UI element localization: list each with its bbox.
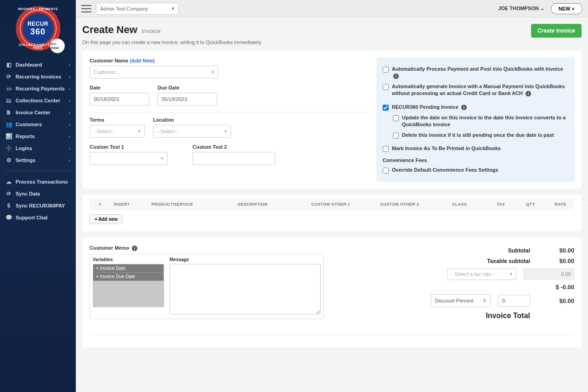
gear-icon: ⚙ [6, 157, 12, 163]
taxable-subtotal-label: Taxable subtotal [470, 258, 530, 264]
due-date-input[interactable] [158, 93, 217, 106]
sidebar-item-dashboard[interactable]: ◧Dashboard› [0, 59, 76, 71]
auto-process-checkbox[interactable] [383, 67, 389, 73]
page-subtitle: Invoice [141, 28, 160, 34]
location-label: Location [153, 117, 231, 123]
customer-memo-heading: Customer Memo i [90, 245, 324, 251]
update-date-label: Update the date on this invoice to the d… [402, 114, 568, 128]
sidebar-item-invoice-center[interactable]: 🗎Invoice Center› [0, 106, 76, 118]
pending-invoice-checkbox[interactable] [383, 105, 389, 111]
new-button[interactable]: NEW + [551, 3, 582, 14]
sidebar-nav: ◧Dashboard› ⟳Recurring Invoices› ▭Recurr… [0, 59, 76, 166]
customer-memo-textarea[interactable] [170, 264, 321, 314]
convenience-fees-heading: Convenience Fees [383, 157, 568, 163]
mark-print-checkbox[interactable] [383, 146, 389, 152]
auto-process-label: Automatically Process Payment and Post i… [392, 66, 568, 79]
chevron-down-icon: ⌄ [540, 6, 544, 11]
sidebar-item-label: Customers [16, 122, 42, 127]
subtotal-label: Subtotal [470, 247, 530, 254]
tax-rate-select[interactable]: - Select a tax rate - ▾ [447, 268, 516, 280]
customer-memo-section: Customer Memo i Variables + Invoice Date… [90, 245, 324, 319]
message-label: Message [170, 257, 321, 262]
invoice-total-label: Invoice Total [470, 312, 530, 320]
chevron-right-icon: › [69, 62, 70, 67]
col-product: PRODUCT/SERVICE [136, 202, 209, 207]
auto-manual-checkbox[interactable] [383, 84, 389, 90]
sidebar-item-recurring-invoices[interactable]: ⟳Recurring Invoices› [0, 71, 76, 83]
discount-amount: $0.00 [537, 297, 574, 304]
col-class: CLASS [434, 202, 485, 207]
tax-line-amount: $ -0.00 [537, 284, 574, 291]
discount-value-input[interactable] [498, 295, 530, 307]
document-icon: 🗎 [6, 109, 12, 116]
variable-invoice-due-date[interactable]: + Invoice Due Date [93, 273, 164, 281]
date-input[interactable] [90, 93, 149, 106]
col-custom2: CUSTOM OTHER 2 [365, 202, 434, 207]
user-plus-icon: ➕ [6, 145, 12, 151]
custom2-label: Custom Test 2 [192, 144, 275, 150]
chart-icon: 📊 [6, 133, 12, 140]
create-invoice-button[interactable]: Create Invoice [531, 24, 582, 38]
sidebar-item-settings[interactable]: ⚙Settings› [0, 154, 76, 166]
add-new-customer-link[interactable]: (Add New) [130, 58, 154, 63]
chevron-right-icon: › [69, 98, 70, 103]
line-items-card: # INSERT PRODUCT/SERVICE DESCRIPTION CUS… [82, 195, 582, 231]
top-bar: Admin Test Company ▾ JOE THOMPSON ⌄ NEW … [76, 0, 588, 17]
col-custom1: CUSTOM OTHER 1 [296, 202, 365, 207]
variables-list: + Invoice Date + Invoice Due Date [93, 264, 164, 307]
sidebar-item-collections-center[interactable]: 🗂Collections Center› [0, 95, 76, 106]
sidebar-item-reports[interactable]: 📊Reports› [0, 130, 76, 142]
sidebar-item-label: Reports [16, 134, 35, 139]
page-description: On this page you can create a new invoic… [82, 39, 582, 45]
sidebar-item-recurring-payments[interactable]: ▭Recurring Payments› [0, 83, 76, 95]
caret-down-icon: ▾ [172, 6, 175, 11]
sidebar-action-support-chat[interactable]: 💬Support Chat [0, 212, 76, 224]
updown-icon: ⇅ [483, 298, 486, 303]
users-icon: 👥 [6, 121, 12, 128]
delete-pending-checkbox[interactable] [393, 133, 399, 139]
folder-icon: 🗂 [6, 97, 12, 104]
sidebar-action-label: Process Transactions [16, 179, 68, 185]
sidebar-action-sync-recur360pay[interactable]: $Sync RECUR360PAY [0, 200, 76, 212]
variable-invoice-date[interactable]: + Invoice Date [93, 264, 164, 273]
user-menu[interactable]: JOE THOMPSON ⌄ [498, 6, 544, 11]
info-icon[interactable]: i [132, 246, 137, 251]
chevron-right-icon: › [69, 158, 70, 163]
col-insert: INSERT [108, 202, 136, 207]
sidebar-action-label: Sync RECUR360PAY [16, 203, 65, 208]
invoice-options-panel: Automatically Process Payment and Post i… [377, 58, 574, 181]
company-select[interactable]: Admin Test Company ▾ [96, 3, 179, 15]
info-icon[interactable]: i [461, 105, 467, 110]
variables-label: Variables [93, 257, 164, 262]
sidebar-action-process-transactions[interactable]: ☁Process Transactions [0, 176, 76, 188]
sidebar-item-logins[interactable]: ➕Logins› [0, 142, 76, 154]
customer-select[interactable]: Customer... ▾ [90, 66, 218, 78]
menu-toggle-icon[interactable] [81, 5, 91, 12]
update-date-checkbox[interactable] [393, 115, 399, 121]
caret-down-icon: ▾ [138, 129, 141, 134]
override-conv-checkbox[interactable] [383, 168, 389, 174]
add-line-item-button[interactable]: + Add new [90, 214, 123, 224]
sidebar-action-sync-data[interactable]: ⟳Sync Data [0, 188, 76, 200]
info-icon[interactable]: i [393, 73, 399, 79]
info-icon[interactable]: i [526, 91, 531, 96]
custom2-input[interactable] [192, 152, 275, 165]
caret-down-icon: ▾ [225, 129, 227, 134]
chevron-right-icon: › [69, 146, 70, 151]
sidebar-item-label: Logins [16, 146, 32, 151]
discount-type-select[interactable]: Discount Percent ⇅ [431, 294, 491, 307]
custom1-select[interactable]: ▾ [90, 152, 168, 165]
sidebar-item-label: Settings [16, 157, 35, 163]
app-sidebar: INVOICES • PAYMENTS COLLECTIONS • LATE F… [0, 0, 76, 392]
chevron-right-icon: › [69, 122, 70, 127]
col-rate: RATE [544, 202, 577, 207]
date-label: Date [90, 85, 149, 90]
sync-icon: ⟳ [6, 190, 12, 197]
caret-down-icon: ▾ [212, 70, 214, 74]
terms-select[interactable]: --Select-- ▾ [90, 125, 145, 138]
sidebar-item-customers[interactable]: 👥Customers› [0, 118, 76, 130]
location-select[interactable]: --Select-- ▾ [153, 125, 231, 138]
gauge-icon: ◧ [6, 62, 12, 68]
col-description: DESCRIPTION [209, 202, 296, 207]
brand-logo: INVOICES • PAYMENTS COLLECTIONS • LATE F… [0, 0, 76, 55]
